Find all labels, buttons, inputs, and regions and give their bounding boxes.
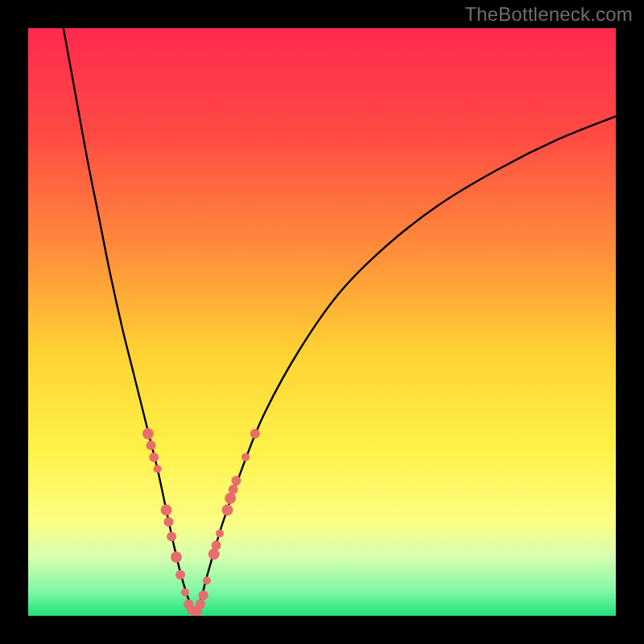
data-point [142, 428, 154, 440]
chart-frame: TheBottleneck.com [0, 0, 644, 644]
data-point [149, 452, 159, 462]
data-point [196, 599, 205, 609]
data-point [212, 540, 221, 550]
data-point [167, 531, 176, 541]
data-point [216, 530, 224, 538]
scatter-dots [142, 428, 260, 616]
data-point [171, 551, 182, 563]
data-point [231, 476, 241, 485]
watermark-text: TheBottleneck.com [464, 3, 633, 26]
data-point [208, 548, 220, 559]
curve-layer [28, 28, 616, 616]
data-point [181, 588, 189, 597]
data-point [161, 505, 172, 516]
data-point [225, 493, 236, 504]
data-point [203, 576, 211, 584]
data-point [229, 485, 238, 494]
curve-right [195, 117, 616, 612]
data-point [154, 465, 162, 473]
curve-left [64, 28, 195, 611]
data-point [147, 440, 156, 450]
data-point [242, 453, 250, 461]
data-point [250, 429, 260, 439]
data-point [175, 570, 185, 580]
data-point [199, 590, 208, 600]
data-point [221, 505, 233, 516]
plot-area [28, 28, 616, 616]
data-point [163, 517, 173, 526]
